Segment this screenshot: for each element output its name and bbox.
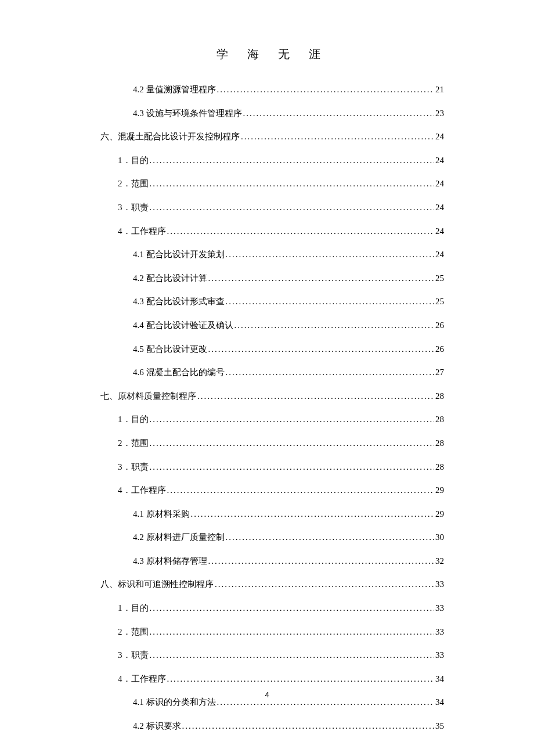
page: 学 海 无 涯 4.2 量值溯源管理程序214.3 设施与环境条件管理程序23六… <box>0 0 534 756</box>
toc-leader-dots <box>217 84 435 95</box>
toc-entry-page: 33 <box>435 650 444 660</box>
toc-entry: 4.1 配合比设计开发策划24 <box>100 249 444 260</box>
toc-entry-label: 七、原材料质量控制程序 <box>100 391 196 401</box>
toc-leader-dots <box>150 155 435 165</box>
toc-entry-page: 35 <box>435 721 444 731</box>
toc-entry-page: 23 <box>435 108 444 118</box>
toc-entry: 3．职责33 <box>100 650 444 660</box>
toc-entry: 2．范围28 <box>100 438 444 448</box>
toc-entry-page: 26 <box>435 320 444 330</box>
toc-entry-label: 4.3 设施与环境条件管理程序 <box>133 108 242 118</box>
toc-leader-dots <box>197 391 434 401</box>
toc-entry-page: 24 <box>435 202 444 213</box>
toc-entry-label: 3．职责 <box>118 202 149 213</box>
toc-entry-label: 4．工作程序 <box>118 674 166 684</box>
toc-entry-label: 4.5 配合比设计更改 <box>133 344 207 354</box>
toc-entry: 4.6 混凝土配合比的编号27 <box>100 367 444 377</box>
toc-entry: 4.2 量值溯源管理程序21 <box>100 84 444 95</box>
toc-leader-dots <box>167 485 435 495</box>
toc-leader-dots <box>226 249 435 260</box>
toc-entry: 4.1 原材料采购29 <box>100 509 444 519</box>
toc-entry-page: 34 <box>435 674 444 684</box>
toc-entry: 2．范围33 <box>100 627 444 637</box>
toc-entry-page: 24 <box>435 131 444 142</box>
toc-entry: 4.3 配合比设计形式审查25 <box>100 296 444 307</box>
toc-entry: 1．目的24 <box>100 155 444 165</box>
toc-entry-page: 24 <box>435 178 444 189</box>
toc-entry-label: 4.2 原材料进厂质量控制 <box>133 532 225 542</box>
toc-entry: 4．工作程序34 <box>100 674 444 684</box>
toc-entry: 4.3 原材料储存管理32 <box>100 556 444 566</box>
toc-entry: 2．范围24 <box>100 178 444 189</box>
toc-entry-page: 33 <box>435 603 444 613</box>
toc-entry-page: 28 <box>435 438 444 448</box>
toc-entry-page: 29 <box>435 485 444 495</box>
toc-entry: 4.2 原材料进厂质量控制30 <box>100 532 444 542</box>
toc-leader-dots <box>182 721 435 731</box>
toc-leader-dots <box>208 273 435 283</box>
toc-leader-dots <box>167 674 435 684</box>
toc-leader-dots <box>215 579 434 589</box>
toc-entry-page: 27 <box>435 367 444 377</box>
toc-entry: 3．职责24 <box>100 202 444 213</box>
toc-leader-dots <box>150 627 435 637</box>
toc-entry-label: 4.1 配合比设计开发策划 <box>133 249 225 260</box>
toc-entry-label: 2．范围 <box>118 178 149 189</box>
toc-entry-label: 4．工作程序 <box>118 485 166 495</box>
toc-entry-label: 4.2 标识要求 <box>133 721 181 731</box>
toc-entry-page: 25 <box>435 296 444 307</box>
toc-entry: 1．目的28 <box>100 414 444 424</box>
toc-entry-label: 4.2 量值溯源管理程序 <box>133 84 216 95</box>
toc-entry: 3．职责28 <box>100 462 444 472</box>
toc-entry: 1．目的33 <box>100 603 444 613</box>
toc-entry-page: 28 <box>435 462 444 472</box>
toc-leader-dots <box>234 320 435 330</box>
toc-entry-label: 4．工作程序 <box>118 226 166 236</box>
toc-entry-page: 32 <box>435 556 444 566</box>
toc-entry-label: 4.6 混凝土配合比的编号 <box>133 367 225 377</box>
toc-entry-label: 1．目的 <box>118 414 149 424</box>
toc-leader-dots <box>191 509 435 519</box>
page-header: 学 海 无 涯 <box>100 46 444 62</box>
toc-leader-dots <box>150 178 435 189</box>
toc-entry: 4.2 配合比设计计算25 <box>100 273 444 283</box>
toc-leader-dots <box>208 344 435 354</box>
toc-entry-label: 1．目的 <box>118 155 149 165</box>
toc-leader-dots <box>150 650 435 660</box>
toc-leader-dots <box>208 556 435 566</box>
toc-leader-dots <box>150 202 435 213</box>
toc-entry-page: 24 <box>435 155 444 165</box>
toc-entry-label: 2．范围 <box>118 438 149 448</box>
toc-entry-page: 25 <box>435 273 444 283</box>
table-of-contents: 4.2 量值溯源管理程序214.3 设施与环境条件管理程序23六、混凝土配合比设… <box>100 84 444 731</box>
toc-entry-label: 1．目的 <box>118 603 149 613</box>
toc-entry-page: 24 <box>435 249 444 260</box>
toc-entry: 4．工作程序29 <box>100 485 444 495</box>
toc-entry-page: 33 <box>435 579 444 589</box>
toc-entry-label: 六、混凝土配合比设计开发控制程序 <box>100 131 240 142</box>
toc-entry-label: 4.4 配合比设计验证及确认 <box>133 320 233 330</box>
toc-leader-dots <box>150 414 435 424</box>
toc-entry-label: 4.1 原材料采购 <box>133 509 190 519</box>
page-number: 4 <box>0 690 534 699</box>
toc-entry: 八、标识和可追溯性控制程序33 <box>100 579 444 589</box>
toc-leader-dots <box>167 226 435 236</box>
toc-leader-dots <box>150 438 435 448</box>
toc-leader-dots <box>150 462 435 472</box>
toc-entry-page: 28 <box>435 391 444 401</box>
toc-entry-page: 33 <box>435 627 444 637</box>
toc-entry-page: 21 <box>435 84 444 95</box>
toc-entry: 4.2 标识要求35 <box>100 721 444 731</box>
toc-leader-dots <box>226 367 435 377</box>
toc-leader-dots <box>243 108 435 118</box>
toc-leader-dots <box>241 131 434 142</box>
toc-entry: 4.5 配合比设计更改26 <box>100 344 444 354</box>
toc-entry: 六、混凝土配合比设计开发控制程序24 <box>100 131 444 142</box>
toc-entry-page: 24 <box>435 226 444 236</box>
toc-entry-page: 30 <box>435 532 444 542</box>
toc-entry-label: 4.3 配合比设计形式审查 <box>133 296 225 307</box>
toc-leader-dots <box>226 296 435 307</box>
toc-entry-label: 4.3 原材料储存管理 <box>133 556 207 566</box>
toc-entry: 七、原材料质量控制程序28 <box>100 391 444 401</box>
toc-entry-label: 3．职责 <box>118 462 149 472</box>
